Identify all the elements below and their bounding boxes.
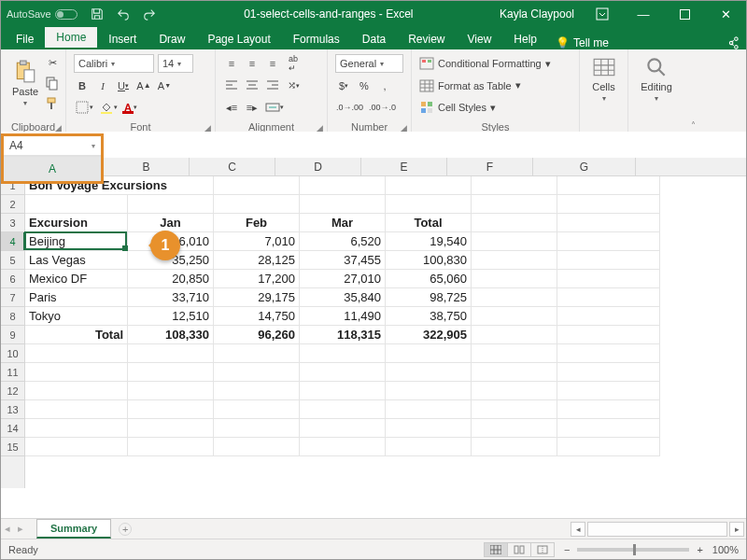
percent-format-icon[interactable]: % bbox=[356, 77, 373, 95]
cell[interactable]: Tokyo bbox=[25, 307, 128, 326]
scroll-track[interactable] bbox=[587, 522, 727, 537]
collapse-ribbon-icon[interactable]: ˄ bbox=[684, 49, 701, 134]
cell[interactable] bbox=[557, 344, 660, 363]
row-header[interactable]: 2 bbox=[1, 195, 24, 214]
cell[interactable] bbox=[214, 176, 300, 195]
bold-button[interactable]: B bbox=[74, 77, 91, 95]
increase-indent-icon[interactable]: ≡▸ bbox=[244, 98, 261, 117]
cell[interactable]: 29,175 bbox=[214, 288, 300, 307]
cell[interactable]: 27,010 bbox=[300, 270, 386, 288]
cell[interactable] bbox=[214, 419, 300, 438]
cell[interactable]: 37,455 bbox=[300, 251, 386, 270]
cell[interactable] bbox=[557, 400, 660, 419]
zoom-slider[interactable] bbox=[577, 548, 689, 552]
cell[interactable] bbox=[214, 438, 300, 456]
grow-font-icon[interactable]: A▲ bbox=[135, 77, 152, 95]
row-header[interactable]: 6 bbox=[1, 270, 24, 288]
cell[interactable]: 17,200 bbox=[214, 270, 300, 288]
cell[interactable]: 96,260 bbox=[214, 326, 300, 344]
tell-me[interactable]: 💡 Tell me bbox=[548, 36, 616, 49]
cell-styles-button[interactable]: Cell Styles▾ bbox=[419, 97, 571, 118]
tab-insert[interactable]: Insert bbox=[97, 29, 148, 49]
paste-button[interactable]: Paste ▾ bbox=[8, 53, 42, 113]
font-name-combo[interactable]: Calibri▾ bbox=[74, 54, 154, 73]
cell[interactable] bbox=[472, 288, 557, 307]
cell[interactable]: 35,840 bbox=[300, 288, 386, 307]
cell[interactable] bbox=[128, 382, 214, 400]
format-as-table-button[interactable]: Format as Table▾ bbox=[419, 76, 571, 96]
row-header[interactable]: 7 bbox=[1, 288, 24, 307]
cell[interactable] bbox=[472, 307, 557, 326]
cell[interactable] bbox=[472, 176, 557, 195]
column-header[interactable]: E bbox=[361, 158, 447, 175]
align-center-icon[interactable] bbox=[244, 77, 261, 95]
cell[interactable] bbox=[557, 382, 660, 400]
maximize-button[interactable] bbox=[664, 1, 705, 27]
editing-button[interactable]: Editing▾ bbox=[636, 53, 677, 105]
cells-area[interactable]: Bon Voyage ExcursionsExcursionJanFebMarT… bbox=[25, 176, 746, 488]
cell[interactable]: Total bbox=[25, 326, 128, 344]
cell[interactable] bbox=[472, 344, 557, 363]
cell[interactable]: 322,905 bbox=[386, 326, 472, 344]
cell[interactable] bbox=[557, 288, 660, 307]
tab-help[interactable]: Help bbox=[502, 29, 548, 49]
page-break-view-icon[interactable] bbox=[530, 542, 555, 557]
cell[interactable] bbox=[214, 195, 300, 214]
shrink-font-icon[interactable]: A▼ bbox=[156, 77, 173, 95]
cell[interactable] bbox=[300, 438, 386, 456]
cell[interactable] bbox=[214, 400, 300, 419]
column-header[interactable]: G bbox=[533, 158, 636, 175]
cell[interactable] bbox=[128, 195, 214, 214]
cell[interactable]: 14,750 bbox=[214, 307, 300, 326]
borders-icon[interactable]: ▾ bbox=[74, 98, 94, 117]
cell[interactable] bbox=[128, 400, 214, 419]
cell[interactable]: Mar bbox=[300, 214, 386, 232]
cell[interactable] bbox=[557, 438, 660, 456]
cell[interactable] bbox=[472, 195, 557, 214]
align-middle-icon[interactable]: ≡ bbox=[244, 54, 261, 73]
align-left-icon[interactable] bbox=[223, 77, 240, 95]
cell[interactable]: Feb bbox=[214, 214, 300, 232]
horizontal-scrollbar[interactable]: ◂ ▸ bbox=[132, 522, 746, 537]
zoom-in-button[interactable]: + bbox=[697, 544, 702, 555]
cell[interactable] bbox=[214, 344, 300, 363]
cell[interactable] bbox=[472, 382, 557, 400]
cell[interactable]: 11,490 bbox=[300, 307, 386, 326]
cell[interactable]: Paris bbox=[25, 288, 128, 307]
cell[interactable] bbox=[128, 344, 214, 363]
cell[interactable] bbox=[25, 438, 128, 456]
row-header[interactable]: 9 bbox=[1, 326, 24, 344]
cell[interactable]: 108,330 bbox=[128, 326, 214, 344]
tab-file[interactable]: File bbox=[5, 29, 45, 49]
scroll-right-icon[interactable]: ▸ bbox=[729, 522, 744, 537]
cell[interactable]: 20,850 bbox=[128, 270, 214, 288]
wrap-text-icon[interactable]: ab↵ bbox=[285, 54, 302, 73]
fill-color-icon[interactable]: ▾ bbox=[98, 98, 119, 117]
cell[interactable]: 28,125 bbox=[214, 251, 300, 270]
decrease-indent-icon[interactable]: ◂≡ bbox=[223, 98, 240, 117]
cell[interactable] bbox=[557, 419, 660, 438]
cell[interactable]: 7,010 bbox=[214, 232, 300, 251]
tab-formulas[interactable]: Formulas bbox=[282, 29, 351, 49]
cell[interactable]: 33,710 bbox=[128, 288, 214, 307]
cell[interactable] bbox=[472, 419, 557, 438]
underline-button[interactable]: U▾ bbox=[115, 77, 132, 95]
cell[interactable] bbox=[557, 214, 660, 232]
cell[interactable] bbox=[472, 232, 557, 251]
cell[interactable] bbox=[25, 363, 128, 382]
cell[interactable] bbox=[300, 363, 386, 382]
cell[interactable]: Total bbox=[386, 214, 472, 232]
cell[interactable]: 118,315 bbox=[300, 326, 386, 344]
row-header[interactable]: 8 bbox=[1, 307, 24, 326]
cell[interactable] bbox=[25, 419, 128, 438]
column-header[interactable]: B bbox=[104, 158, 190, 175]
number-format-combo[interactable]: General▾ bbox=[335, 54, 403, 73]
autosave-toggle[interactable]: AutoSave bbox=[7, 8, 78, 20]
column-header[interactable]: C bbox=[190, 158, 275, 175]
sheet-nav-next-icon[interactable]: ▸ bbox=[14, 519, 27, 539]
row-header[interactable]: 15 bbox=[1, 438, 24, 456]
cell[interactable] bbox=[472, 251, 557, 270]
cell[interactable] bbox=[472, 270, 557, 288]
cell[interactable] bbox=[386, 419, 472, 438]
cell[interactable] bbox=[557, 195, 660, 214]
